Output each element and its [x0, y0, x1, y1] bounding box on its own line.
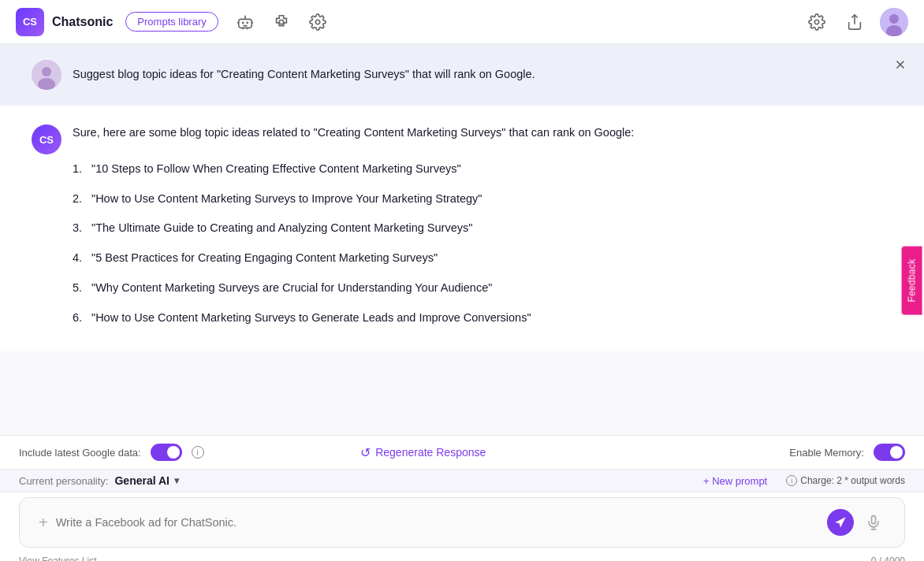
google-data-info-icon[interactable]: i: [192, 446, 204, 459]
list-item: 3."The Ultimate Guide to Creating and An…: [73, 214, 892, 243]
ai-intro-text: Sure, here are some blog topic ideas rel…: [73, 124, 892, 142]
charge-info: i Charge: 2 * output words: [786, 475, 905, 486]
list-item: 1."10 Steps to Follow When Creating Effe…: [73, 154, 892, 184]
microphone-button[interactable]: [862, 511, 885, 534]
svg-rect-0: [239, 19, 252, 28]
regenerate-button[interactable]: ↺ Regenerate Response: [360, 445, 486, 460]
feedback-button[interactable]: Feedback: [901, 246, 922, 314]
footer: View Features List 0 / 4000: [0, 552, 924, 561]
memory-label: Enable Memory:: [789, 447, 864, 459]
avatar[interactable]: [880, 8, 908, 36]
add-icon[interactable]: +: [39, 514, 48, 532]
google-data-toggle[interactable]: [151, 444, 182, 461]
list-item-text: "The Ultimate Guide to Creating and Anal…: [91, 220, 472, 237]
list-number: 1.: [73, 161, 85, 178]
chevron-down-icon: ▾: [174, 475, 179, 486]
svg-point-6: [814, 20, 819, 24]
send-button[interactable]: [827, 509, 854, 536]
puzzle-icon[interactable]: [270, 11, 292, 33]
prompts-library-button[interactable]: Prompts library: [125, 12, 218, 32]
share-icon[interactable]: [842, 9, 867, 35]
input-row: +: [20, 501, 904, 544]
list-item: 2."How to Use Content Marketing Surveys …: [73, 184, 892, 214]
list-number: 2.: [73, 191, 85, 208]
personality-value: General AI: [114, 474, 170, 487]
memory-toggle[interactable]: [874, 444, 905, 461]
google-data-label: Include latest Google data:: [19, 447, 141, 459]
svg-rect-16: [872, 516, 876, 524]
list-item: 5."Why Content Marketing Surveys are Cru…: [73, 273, 892, 303]
header-right: [804, 8, 908, 36]
gear-icon[interactable]: [307, 11, 329, 33]
svg-rect-3: [243, 24, 248, 26]
logo-icon: CS: [16, 8, 44, 36]
ai-message-content: Sure, here are some blog topic ideas rel…: [73, 124, 892, 333]
ai-message: CS Sure, here are some blog topic ideas …: [0, 106, 924, 351]
list-number: 4.: [73, 250, 85, 267]
user-message-text: Suggest blog topic ideas for "Creating C…: [73, 60, 535, 84]
user-message: Suggest blog topic ideas for "Creating C…: [0, 44, 924, 106]
bottom-controls: Include latest Google data: i ↺ Regenera…: [0, 435, 924, 561]
header: CS Chatsonic Prompts library: [0, 0, 924, 44]
logo-area: CS Chatsonic: [16, 8, 113, 36]
view-features-link[interactable]: View Features List: [19, 555, 97, 561]
list-item: 4."5 Best Practices for Creating Engagin…: [73, 243, 892, 273]
list-item-text: "10 Steps to Follow When Creating Effect…: [91, 161, 461, 178]
chat-input[interactable]: [56, 516, 819, 529]
header-icons: [234, 11, 329, 33]
svg-point-14: [42, 67, 51, 76]
regenerate-label: Regenerate Response: [375, 446, 486, 459]
svg-point-5: [315, 20, 320, 24]
app-name: Chatsonic: [52, 15, 113, 29]
controls-row: Include latest Google data: i ↺ Regenera…: [0, 436, 924, 469]
user-avatar: [32, 60, 61, 90]
svg-point-1: [242, 21, 244, 24]
list-item-text: "How to Use Content Marketing Surveys to…: [91, 310, 531, 327]
svg-point-4: [279, 20, 284, 24]
list-item: 6."How to Use Content Marketing Surveys …: [73, 303, 892, 333]
char-count: 0 / 4000: [871, 555, 905, 561]
personality-label: Current personality:: [19, 475, 108, 487]
regenerate-icon: ↺: [360, 445, 371, 460]
list-item-text: "How to Use Content Marketing Surveys to…: [91, 191, 482, 208]
personality-row: Current personality: General AI ▾ + New …: [0, 469, 924, 492]
ai-list: 1."10 Steps to Follow When Creating Effe…: [73, 154, 892, 333]
list-item-text: "Why Content Marketing Surveys are Cruci…: [91, 280, 492, 297]
list-number: 6.: [73, 310, 85, 327]
ai-avatar: CS: [32, 124, 61, 154]
list-item-text: "5 Best Practices for Creating Engaging …: [91, 250, 438, 267]
svg-point-9: [889, 14, 899, 24]
list-number: 3.: [73, 220, 85, 237]
robot-icon[interactable]: [234, 11, 256, 33]
charge-info-icon: i: [786, 475, 797, 486]
new-prompt-button[interactable]: + New prompt: [703, 475, 767, 487]
close-button[interactable]: [889, 54, 911, 76]
charge-label: Charge: 2 * output words: [800, 475, 905, 486]
input-container: +: [19, 497, 905, 548]
chat-area: Suggest blog topic ideas for "Creating C…: [0, 44, 924, 435]
settings-icon[interactable]: [804, 9, 829, 35]
list-number: 5.: [73, 280, 85, 297]
svg-point-2: [246, 21, 248, 24]
personality-select[interactable]: General AI ▾: [114, 474, 179, 487]
